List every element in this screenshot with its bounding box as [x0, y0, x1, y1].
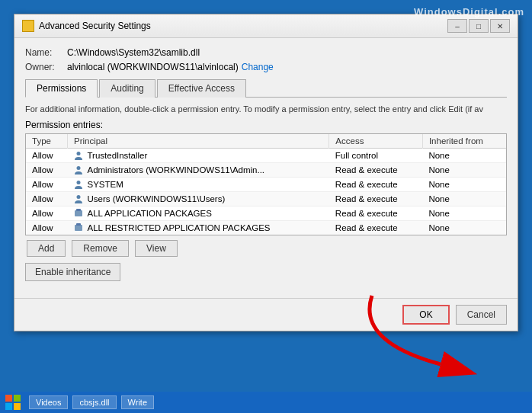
svg-rect-10	[14, 395, 21, 402]
title-bar-controls: – □ ✕	[447, 19, 510, 33]
cancel-button[interactable]: Cancel	[456, 305, 507, 325]
remove-button[interactable]: Remove	[72, 240, 129, 257]
package-icon	[73, 223, 84, 233]
cell-type: Allow	[26, 192, 67, 206]
dialog-window: Advanced Security Settings – □ ✕ Name: C…	[14, 14, 518, 331]
table-row[interactable]: Allow Users (WORKWINDOWS11\Users)Read & …	[26, 192, 506, 206]
tabs-bar: Permissions Auditing Effective Access	[25, 78, 507, 98]
enable-inheritance-button[interactable]: Enable inheritance	[25, 263, 120, 281]
table-row[interactable]: Allow SYSTEMRead & executeNone	[26, 178, 506, 192]
title-bar-text: Advanced Security Settings	[39, 21, 151, 31]
cell-type: Allow	[26, 221, 67, 235]
section-label: Permission entries:	[25, 120, 507, 130]
dialog-footer: OK Cancel	[14, 298, 518, 331]
dialog-body: Name: C:\Windows\System32\samlib.dll Own…	[14, 38, 518, 298]
table-row[interactable]: Allow TrustedInstallerFull controlNone	[26, 149, 506, 163]
user-icon	[73, 165, 84, 175]
col-type: Type	[26, 134, 67, 149]
svg-point-0	[77, 152, 81, 155]
owner-value: alvinlocal (WORKWINDOWS11\alvinlocal)	[67, 62, 239, 72]
cell-access: Read & execute	[329, 221, 423, 235]
svg-point-2	[77, 181, 81, 184]
cell-inherited-from: None	[422, 192, 506, 206]
cell-access: Read & execute	[329, 192, 423, 206]
col-principal: Principal	[67, 134, 328, 149]
tab-auditing[interactable]: Auditing	[99, 79, 155, 98]
windows-logo	[5, 394, 21, 411]
cell-principal: ALL RESTRICTED APPLICATION PACKAGES	[67, 221, 328, 235]
table-row[interactable]: Allow ALL RESTRICTED APPLICATION PACKAGE…	[26, 221, 506, 235]
cell-inherited-from: None	[422, 206, 506, 221]
permission-table: Type Principal Access Inherited from All…	[26, 134, 506, 235]
cell-principal: Users (WORKWINDOWS11\Users)	[67, 192, 328, 206]
minimize-button[interactable]: –	[447, 19, 467, 33]
cell-access: Read & execute	[329, 163, 423, 178]
maximize-button[interactable]: □	[469, 19, 489, 33]
table-row[interactable]: Allow Administrators (WORKWINDOWS11\Admi…	[26, 163, 506, 178]
title-bar: Advanced Security Settings – □ ✕	[14, 14, 518, 38]
view-button[interactable]: View	[135, 240, 178, 257]
taskbar-item-cbsjs[interactable]: cbsjs.dll	[72, 395, 116, 409]
cell-type: Allow	[26, 163, 67, 178]
inheritance-row: Enable inheritance	[25, 263, 507, 281]
cell-access: Read & execute	[329, 206, 423, 221]
cell-principal: SYSTEM	[67, 178, 328, 191]
user-icon	[73, 179, 84, 190]
taskbar: Videos cbsjs.dll Write	[0, 392, 532, 413]
close-button[interactable]: ✕	[490, 19, 510, 33]
svg-point-1	[77, 166, 81, 170]
cell-type: Allow	[26, 149, 67, 163]
cell-principal: ALL APPLICATION PACKAGES	[67, 206, 328, 220]
user-icon	[73, 150, 84, 161]
taskbar-item-write[interactable]: Write	[121, 395, 154, 409]
cell-type: Allow	[26, 178, 67, 192]
tab-permissions[interactable]: Permissions	[25, 79, 98, 98]
change-link[interactable]: Change	[242, 62, 274, 72]
owner-row: Owner: alvinlocal (WORKWINDOWS11\alvinlo…	[25, 62, 507, 72]
add-button[interactable]: Add	[27, 240, 66, 257]
cell-inherited-from: None	[422, 163, 506, 178]
user-icon	[73, 194, 84, 204]
name-row: Name: C:\Windows\System32\samlib.dll	[25, 47, 507, 58]
svg-rect-5	[76, 209, 81, 211]
package-icon	[73, 208, 84, 219]
cell-principal: TrustedInstaller	[67, 149, 328, 162]
tab-effective-access[interactable]: Effective Access	[157, 79, 246, 98]
svg-rect-9	[5, 395, 12, 402]
col-access: Access	[329, 134, 423, 149]
svg-rect-11	[5, 403, 12, 410]
table-row[interactable]: Allow ALL APPLICATION PACKAGESRead & exe…	[26, 206, 506, 221]
svg-rect-6	[75, 225, 82, 231]
title-bar-icon	[22, 20, 34, 32]
action-buttons-row: Add Remove View	[25, 240, 507, 257]
owner-label: Owner:	[25, 62, 67, 72]
col-inherited: Inherited from	[422, 134, 506, 149]
table-header-row: Type Principal Access Inherited from	[26, 134, 506, 149]
cell-access: Full control	[329, 149, 423, 163]
taskbar-item-videos[interactable]: Videos	[29, 395, 68, 409]
cell-inherited-from: None	[422, 178, 506, 192]
name-label: Name:	[25, 47, 67, 58]
svg-point-3	[77, 195, 81, 199]
info-text: For additional information, double-click…	[25, 104, 507, 115]
cell-type: Allow	[26, 206, 67, 221]
cell-access: Read & execute	[329, 178, 423, 192]
permission-table-wrapper: Type Principal Access Inherited from All…	[25, 133, 507, 235]
cell-inherited-from: None	[422, 221, 506, 235]
name-value: C:\Windows\System32\samlib.dll	[67, 47, 200, 58]
svg-rect-7	[76, 223, 81, 226]
cell-principal: Administrators (WORKWINDOWS11\Admin...	[67, 163, 328, 177]
svg-rect-12	[14, 403, 21, 410]
svg-rect-4	[75, 210, 82, 216]
cell-inherited-from: None	[422, 149, 506, 163]
ok-button[interactable]: OK	[402, 305, 449, 325]
